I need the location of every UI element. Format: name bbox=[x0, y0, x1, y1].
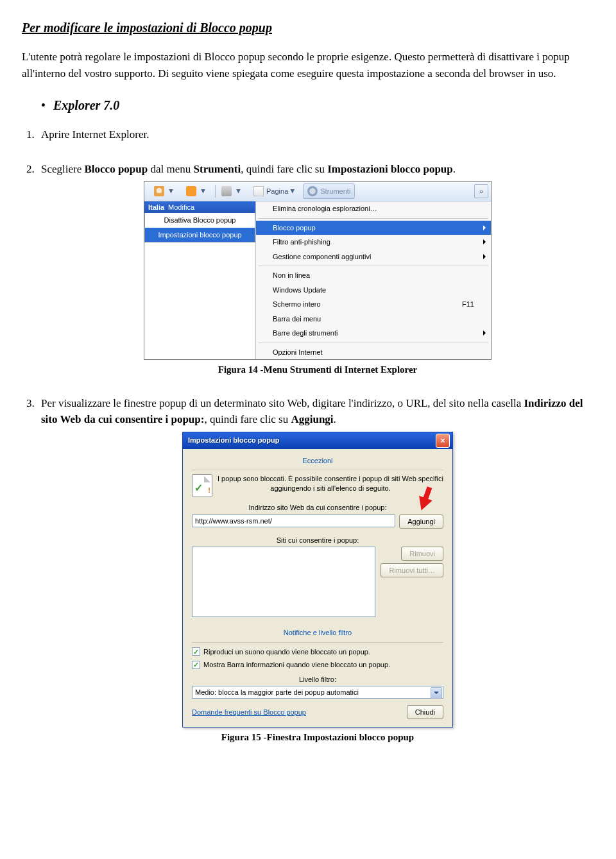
flyout-popup-settings[interactable]: Impostazioni blocco popup bbox=[145, 228, 255, 242]
submenu-arrow-icon bbox=[483, 330, 486, 336]
print-button[interactable] bbox=[217, 183, 245, 199]
menu-separator bbox=[259, 218, 488, 219]
intro-paragraph: L'utente potrà regolare le impostazioni … bbox=[22, 49, 594, 81]
step-3-text: Per visualizzare le finestre popup di un… bbox=[41, 397, 583, 426]
tab-italia-label: Italia bbox=[148, 202, 164, 213]
page-label: Pagina bbox=[266, 186, 288, 197]
filter-level-value: Medio: blocca la maggior parte dei popup… bbox=[195, 687, 359, 698]
tools-button[interactable]: Strumenti bbox=[303, 183, 355, 199]
chevron-down-icon bbox=[169, 189, 173, 194]
filter-level-label: Livello filtro: bbox=[192, 674, 443, 685]
sound-checkbox-label: Riproduci un suono quando viene bloccato… bbox=[203, 647, 370, 658]
tools-label: Strumenti bbox=[320, 186, 350, 197]
chevron-down-icon bbox=[431, 687, 442, 699]
dialog-title: Impostazioni blocco popup bbox=[188, 435, 279, 446]
allowed-sites-list[interactable] bbox=[192, 547, 375, 617]
add-button[interactable]: Aggiungi bbox=[399, 515, 443, 529]
section-label: Explorer 7.0 bbox=[53, 96, 119, 115]
step-1-text: Aprire Internet Explorer. bbox=[41, 128, 150, 140]
bullet-dot-icon: • bbox=[41, 96, 46, 115]
menu-blocco-popup[interactable]: Blocco popup bbox=[256, 221, 491, 235]
menu-internet-options[interactable]: Opzioni Internet bbox=[256, 345, 491, 360]
figure14-caption: Figura 14 -Menu Strumenti di Internet Ex… bbox=[41, 362, 594, 377]
menu-item-label: Windows Update bbox=[273, 285, 326, 296]
popup-settings-dialog: Impostazioni blocco popup × Eccezioni ! … bbox=[182, 432, 453, 728]
print-icon bbox=[221, 186, 232, 196]
info-text: I popup sono bloccati. È possibile conse… bbox=[218, 474, 443, 497]
overflow-button[interactable] bbox=[474, 184, 488, 198]
group-notifiche-label: Notifiche e livello filtro bbox=[192, 627, 443, 638]
toolbar-separator bbox=[215, 185, 216, 198]
submenu-arrow-icon bbox=[483, 225, 486, 230]
allow-doc-icon: ! bbox=[192, 474, 212, 497]
address-input[interactable] bbox=[192, 515, 395, 527]
menu-toolbars[interactable]: Barre degli strumenti bbox=[256, 326, 491, 341]
close-button[interactable]: × bbox=[436, 434, 450, 448]
menu-item-label: Barre degli strumenti bbox=[273, 328, 338, 339]
menu-windows-update[interactable]: Windows Update bbox=[256, 283, 491, 298]
menu-item-label: Non in linea bbox=[273, 270, 310, 281]
home-button[interactable] bbox=[150, 183, 178, 199]
menu-clear-history[interactable]: Elimina cronologia esplorazioni… bbox=[256, 201, 491, 216]
flyout-disable-popup[interactable]: Disattiva Blocco popup bbox=[145, 213, 255, 228]
step-3: Per visualizzare le finestre popup di un… bbox=[37, 395, 594, 745]
infobar-checkbox[interactable]: ✓ bbox=[192, 661, 200, 669]
sound-checkbox[interactable]: ✓ bbox=[192, 647, 200, 656]
feed-button[interactable] bbox=[182, 183, 210, 199]
menu-fullscreen[interactable]: Schermo interoF11 bbox=[256, 297, 491, 312]
chevron-down-icon bbox=[236, 189, 241, 194]
filter-level-select[interactable]: Medio: blocca la maggior parte dei popup… bbox=[192, 686, 443, 699]
page-button[interactable]: Pagina bbox=[249, 183, 299, 199]
chevron-down-icon bbox=[201, 189, 205, 194]
submenu-arrow-icon bbox=[483, 239, 486, 244]
menu-item-label: Filtro anti-phishing bbox=[273, 237, 330, 248]
step-2: Scegliere Blocco popup dal menu Strument… bbox=[37, 161, 594, 377]
menu-item-label: Barra dei menu bbox=[273, 314, 321, 325]
step-1: Aprire Internet Explorer. bbox=[37, 126, 594, 143]
section-bullet: • Explorer 7.0 bbox=[22, 96, 594, 115]
tab-modifica-label: Modifica bbox=[168, 202, 194, 213]
chevron-down-icon bbox=[290, 189, 295, 194]
menu-offline[interactable]: Non in linea bbox=[256, 268, 491, 283]
remove-all-button[interactable]: Rimuovi tutti… bbox=[381, 563, 443, 577]
figure15-caption: Figura 15 -Finestra Impostazioni blocco … bbox=[41, 730, 594, 745]
tab-italia[interactable]: Italia Modifica bbox=[144, 201, 255, 213]
menu-antiphishing[interactable]: Filtro anti-phishing bbox=[256, 235, 491, 250]
menu-item-label: Schermo intero bbox=[273, 299, 321, 310]
menu-item-label: Gestione componenti aggiuntivi bbox=[273, 251, 371, 262]
close-icon: × bbox=[440, 435, 445, 447]
step-2-text: Scegliere Blocco popup dal menu Strument… bbox=[41, 163, 456, 175]
gear-icon bbox=[307, 186, 318, 196]
menu-separator bbox=[259, 266, 488, 266]
menu-item-label: Blocco popup bbox=[273, 223, 316, 234]
menu-menubar[interactable]: Barra dei menu bbox=[256, 312, 491, 327]
close-dialog-button[interactable]: Chiudi bbox=[407, 705, 443, 719]
group-eccezioni-label: Eccezioni bbox=[192, 455, 443, 466]
menu-item-label: Opzioni Internet bbox=[273, 347, 323, 358]
remove-button[interactable]: Rimuovi bbox=[401, 547, 443, 561]
infobar-checkbox-label: Mostra Barra informazioni quando viene b… bbox=[203, 659, 390, 670]
address-field-label: Indirizzo sito Web da cui consentire i p… bbox=[192, 502, 443, 513]
menu-shortcut: F11 bbox=[462, 299, 487, 310]
page-icon bbox=[253, 186, 264, 196]
page-title: Per modificare le impostazioni di Blocco… bbox=[22, 18, 594, 37]
ie-toolbar: Pagina Strumenti bbox=[144, 182, 491, 201]
dialog-titlebar: Impostazioni blocco popup × bbox=[183, 432, 452, 449]
menu-addons[interactable]: Gestione componenti aggiuntivi bbox=[256, 250, 491, 264]
menu-item-label: Elimina cronologia esplorazioni… bbox=[273, 203, 377, 214]
home-icon bbox=[154, 186, 164, 196]
faq-link[interactable]: Domande frequenti su Blocco popup bbox=[192, 707, 306, 718]
submenu-arrow-icon bbox=[483, 254, 486, 259]
ie-screenshot: Pagina Strumenti Italia Modifica Disatti… bbox=[144, 181, 492, 360]
allowed-sites-label: Siti cui consentire i popup: bbox=[192, 535, 443, 546]
popup-flyout: Disattiva Blocco popup Impostazioni bloc… bbox=[144, 213, 255, 242]
tools-menu: Elimina cronologia esplorazioni… Blocco … bbox=[255, 201, 491, 359]
rss-icon bbox=[186, 186, 196, 196]
menu-separator bbox=[259, 343, 488, 343]
